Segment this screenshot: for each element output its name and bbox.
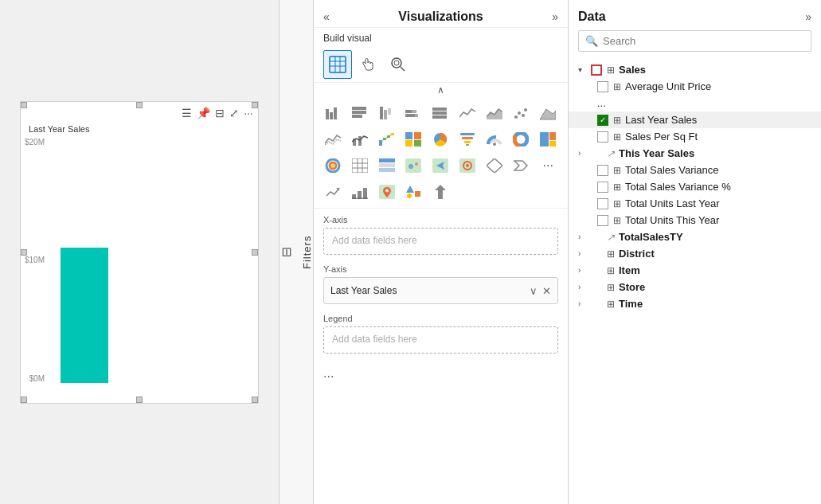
data-tree: ▾ ⊞ Sales ⊞ Average Unit Price ... ✓ ⊞ L… [569,58,821,504]
filter-icon[interactable]: ⊟ [215,107,225,119]
viz-100stacked-bar-icon[interactable] [428,100,453,126]
viz-linecluster-icon[interactable] [320,127,346,152]
viz-table-icon[interactable] [347,153,373,178]
sales-checkbox[interactable] [591,64,602,76]
more-icon[interactable]: ··· [244,107,253,119]
svg-rect-33 [383,138,386,140]
resize-handle-mr[interactable] [252,249,258,256]
viz-more-icon[interactable]: ··· [535,153,561,178]
tree-group-time[interactable]: › ⊞ Time [569,295,821,312]
viz-scatter-icon[interactable] [508,100,534,126]
tree-group-sales[interactable]: ▾ ⊞ Sales [569,61,821,78]
viz-minibar-icon[interactable] [347,179,373,205]
more-dots[interactable]: ... [323,363,558,384]
tree-item-sales-sqft[interactable]: ⊞ Sales Per Sq Ft [569,128,821,145]
viz-mountain-icon[interactable] [535,100,561,126]
total-variance-pct-checkbox[interactable] [597,182,608,193]
filters-panel[interactable]: ⊟ Filters [279,0,314,504]
svg-point-48 [493,143,496,146]
legend-drop[interactable]: Add data fields here [323,326,558,354]
collapse-arrow[interactable]: ∧ [314,83,568,97]
viz-column-icon[interactable] [347,100,373,126]
viz-maparrow-icon[interactable] [428,153,453,178]
search-input[interactable] [603,35,804,47]
tree-item-total-variance-pct[interactable]: ⊞ Total Sales Variance % [569,178,821,195]
resize-handle-bl[interactable] [21,397,27,403]
avg-price-checkbox[interactable] [597,81,608,92]
tree-item-total-units-ty[interactable]: ⊞ Total Units This Year [569,212,821,229]
total-units-ty-checkbox[interactable] [597,215,608,226]
svg-point-5 [392,58,401,68]
viz-gauge-icon[interactable] [482,127,507,152]
viz-colormap-icon[interactable] [401,127,426,152]
tree-item-avg-price[interactable]: ⊞ Average Unit Price [569,78,821,95]
district-expand-icon: › [578,249,589,258]
resize-handle-tm[interactable] [136,102,143,108]
resize-handle-ml[interactable] [21,249,27,256]
viz-arrows-icon[interactable] [428,179,453,205]
chart-type-search[interactable] [384,50,412,79]
expand-icon[interactable]: ⤢ [229,107,239,119]
viz-matrix-icon[interactable] [374,153,400,178]
tree-item-total-units-ly[interactable]: ⊞ Total Units Last Year [569,195,821,212]
viz-waterfall-icon[interactable] [374,127,400,152]
resize-handle-br[interactable] [252,397,258,403]
viz-location-pin-icon[interactable] [374,179,400,205]
store-expand-icon: › [578,283,589,291]
svg-rect-14 [380,107,383,119]
tree-item-dots[interactable]: ... [569,95,821,111]
viz-kpi-icon[interactable] [320,179,346,205]
total-variance-pct-icon: ⊞ [613,182,621,193]
total-variance-checkbox[interactable] [597,165,608,176]
resize-handle-bm[interactable] [136,397,143,403]
viz-donut-icon[interactable] [508,127,534,152]
y-axis-chevron[interactable]: ∨ [530,285,538,297]
viz-panel: « Visualizations » Build visual [314,0,569,504]
viz-area-icon[interactable] [482,100,507,126]
y-axis-filled[interactable]: Last Year Sales ∨ ✕ [323,277,558,304]
total-units-ly-checkbox[interactable] [597,198,608,209]
viz-stacked-bar-icon[interactable] [374,100,400,126]
list-icon[interactable]: ☰ [182,107,192,119]
svg-rect-23 [432,115,447,119]
tree-group-item[interactable]: › ⊞ Item [569,262,821,279]
tree-item-total-variance[interactable]: ⊞ Total Sales Variance [569,162,821,178]
svg-rect-58 [352,158,368,173]
viz-combo-icon[interactable] [347,127,373,152]
viz-treemap-icon[interactable] [535,127,561,152]
viz-collapse-right[interactable]: » [552,10,558,23]
resize-handle-tl[interactable] [21,102,27,108]
viz-collapse-left[interactable]: « [323,10,330,23]
chart-type-table[interactable] [323,50,352,79]
svg-point-7 [394,61,399,65]
data-collapse-right[interactable]: » [805,10,811,23]
x-axis-drop[interactable]: Add data fields here [323,228,558,255]
viz-mapbubble-icon[interactable] [401,153,426,178]
viz-forward-icon[interactable] [508,153,534,178]
svg-rect-66 [405,158,421,173]
viz-diamond-icon[interactable] [482,153,507,178]
viz-funnel-icon[interactable] [455,127,480,152]
svg-point-85 [407,193,412,198]
chart-type-hand[interactable] [354,50,382,79]
tree-group-total-sales-ty[interactable]: › ↗ TotalSalesTY [569,229,821,245]
viz-pie-icon[interactable] [428,127,453,152]
tree-group-store[interactable]: › ⊞ Store [569,279,821,295]
viz-arcgis-icon[interactable] [455,153,480,178]
resize-handle-tr[interactable] [252,102,258,108]
viz-bar-icon[interactable] [320,100,346,126]
last-year-label: Last Year Sales [625,114,697,126]
viz-line-icon[interactable] [455,100,480,126]
viz-stacked-col-icon[interactable] [401,100,426,126]
viz-sunburst-icon[interactable] [320,153,346,178]
viz-shapes-icon[interactable] [401,179,426,205]
tree-item-last-year[interactable]: ✓ ⊞ Last Year Sales [569,111,821,128]
tree-group-this-year[interactable]: › ↗ This Year Sales [569,145,821,162]
svg-rect-42 [414,140,421,147]
tree-group-district[interactable]: › ⊞ District [569,245,821,262]
y-axis-remove[interactable]: ✕ [542,285,551,297]
pin-icon[interactable]: 📌 [197,107,210,119]
last-year-checkbox[interactable]: ✓ [597,115,608,126]
sales-sqft-checkbox[interactable] [597,131,608,143]
svg-rect-53 [549,132,556,140]
